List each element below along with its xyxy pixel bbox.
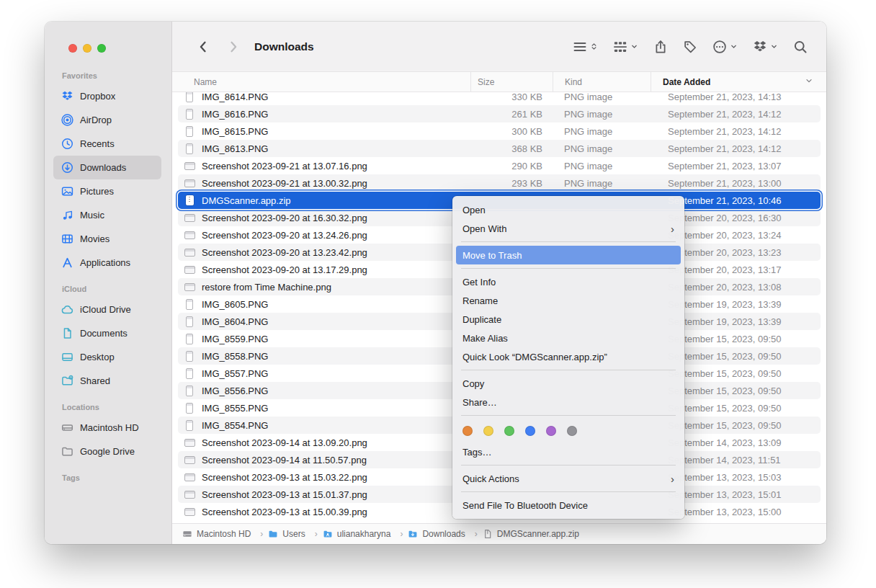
toolbar-button[interactable] [793,40,808,54]
file-name: IMG_8615.PNG [202,126,269,137]
context-menu-item[interactable]: Rename › [456,291,681,310]
context-menu-item[interactable]: › [461,465,676,466]
sidebar-item-label: Downloads [80,162,126,173]
sidebar-item-label: Desktop [80,352,115,362]
column-header-kind[interactable]: Kind [553,72,651,92]
file-phone-icon [184,125,195,137]
column-header-size[interactable]: Size [470,72,553,92]
context-menu-item[interactable]: › [461,415,676,416]
group-grid-icon [613,40,627,54]
tag-color-dot[interactable] [546,426,556,436]
sidebar-item[interactable]: Desktop [53,345,161,369]
context-menu-item[interactable]: Duplicate › [456,310,681,329]
context-menu-item[interactable]: › [461,268,676,269]
breadcrumb-segment[interactable]: ulianakharyna › [323,529,408,539]
context-menu-item[interactable]: Quick Actions › [456,469,681,488]
table-row[interactable]: Screenshot 2023-09-21 at 13.00.32.png 29… [178,174,821,192]
sidebar-item[interactable]: Downloads [53,156,161,179]
table-row[interactable]: Screenshot 2023-09-21 at 13.07.16.png 29… [178,157,821,174]
table-row[interactable]: IMG_8616.PNG 261 KB PNG image September … [178,105,821,122]
window-title: Downloads [254,40,314,53]
breadcrumb-segment[interactable]: Macintosh HD › [182,529,268,539]
toolbar-button[interactable] [712,40,738,54]
sidebar-item[interactable]: Recents [53,132,161,156]
tag-color-dot[interactable] [567,426,577,436]
breadcrumb-segment[interactable]: Downloads › [408,529,482,539]
sidebar-item[interactable]: Movies [53,227,161,251]
sidebar-section-favorites: Favorites Dropbox AirDrop Recents Downlo… [45,71,171,275]
sidebar-item[interactable]: Pictures [53,179,161,203]
sidebar-item-label: Pictures [80,186,114,197]
applications-icon [61,257,73,269]
file-window-icon [184,246,195,258]
context-menu-item[interactable]: Get Info › [456,272,681,291]
column-header-date-added[interactable]: Date Added [651,72,821,92]
column-header-name[interactable]: Name [178,72,470,92]
context-menu-item[interactable]: Open › [456,200,681,219]
context-menu-item[interactable]: Tags… › [456,442,681,461]
sidebar-item[interactable]: Macintosh HD [53,416,161,440]
toolbar-button[interactable] [683,40,697,54]
sidebar-item-label: iCloud Drive [80,304,131,315]
file-phone-icon [184,333,195,344]
tag-color-dot[interactable] [504,426,514,436]
context-menu-item[interactable]: Open With › [456,219,681,238]
tag-color-dot[interactable] [525,426,535,436]
file-phone-icon [184,402,195,414]
file-name: Screenshot 2023-09-20 at 13.17.29.png [202,264,367,275]
sort-chevron-icon [805,76,813,87]
toolbar-button[interactable] [653,40,668,54]
sidebar-item[interactable]: Google Drive [53,440,161,463]
sidebar-item[interactable]: Music [53,203,161,227]
forward-button[interactable] [224,37,243,56]
toolbar-button[interactable] [753,40,778,54]
sidebar: Favorites Dropbox AirDrop Recents Downlo… [45,22,172,544]
minimize-button[interactable] [83,44,91,53]
context-menu-item[interactable]: › [456,419,681,442]
tag-color-dot[interactable] [483,426,493,436]
breadcrumb-segment[interactable]: Users › [268,529,322,539]
file-window-icon [184,437,195,448]
file-name: IMG_8558.PNG [202,351,269,362]
sidebar-item[interactable]: iCloud Drive [53,298,161,321]
table-row[interactable]: IMG_8615.PNG 300 KB PNG image September … [178,122,821,140]
sidebar-item[interactable]: Applications [53,251,161,275]
context-menu-item[interactable]: Copy › [456,374,681,393]
context-menu-item[interactable]: Make Alias › [456,329,681,347]
context-menu-item[interactable]: › [461,491,676,492]
file-name: Screenshot 2023-09-21 at 13.07.16.png [202,161,367,172]
zoom-button[interactable] [97,44,106,53]
breadcrumb-separator: › [400,529,403,539]
file-zip-icon [184,195,195,206]
file-phone-icon [184,316,195,327]
file-date-added: September 21, 2023, 14:12 [651,109,821,120]
table-row[interactable]: IMG_8614.PNG 330 KB PNG image September … [178,92,821,105]
sidebar-item[interactable]: AirDrop [53,108,161,132]
file-name: IMG_8557.PNG [202,368,269,379]
file-phone-icon [184,368,195,379]
sidebar-section-icloud: iCloud iCloud Drive Documents Desktop Sh… [45,285,171,393]
toolbar-button[interactable] [573,40,598,54]
sidebar-item[interactable]: Dropbox [53,84,161,108]
tag-color-dot[interactable] [462,426,473,436]
context-menu-item[interactable]: › [461,370,676,370]
sidebar-item[interactable]: Documents [53,321,161,345]
back-button[interactable] [194,37,213,56]
file-window-icon [184,212,195,223]
file-window-icon [184,489,195,500]
sidebar-item[interactable]: Shared [53,369,161,393]
context-menu-item[interactable]: Quick Look “DMGScanner.app.zip” › [456,347,681,366]
context-menu-item[interactable]: › [461,241,676,242]
toolbar-button[interactable] [613,40,638,54]
table-row[interactable]: IMG_8613.PNG 368 KB PNG image September … [178,140,821,157]
file-date-added: September 21, 2023, 14:12 [651,126,821,137]
close-button[interactable] [68,44,77,53]
sidebar-item-label: Music [80,210,104,220]
breadcrumb-segment[interactable]: DMGScanner.app.zip › [483,529,579,539]
context-menu-item[interactable]: Send File To Bluetooth Device › [456,496,681,514]
breadcrumb-label: DMGScanner.app.zip [497,529,579,539]
context-menu-item[interactable]: Share… › [456,393,681,411]
context-menu-item[interactable]: Move to Trash › [456,246,681,264]
file-name: IMG_8559.PNG [202,334,269,344]
section-label: Tags [45,473,171,486]
